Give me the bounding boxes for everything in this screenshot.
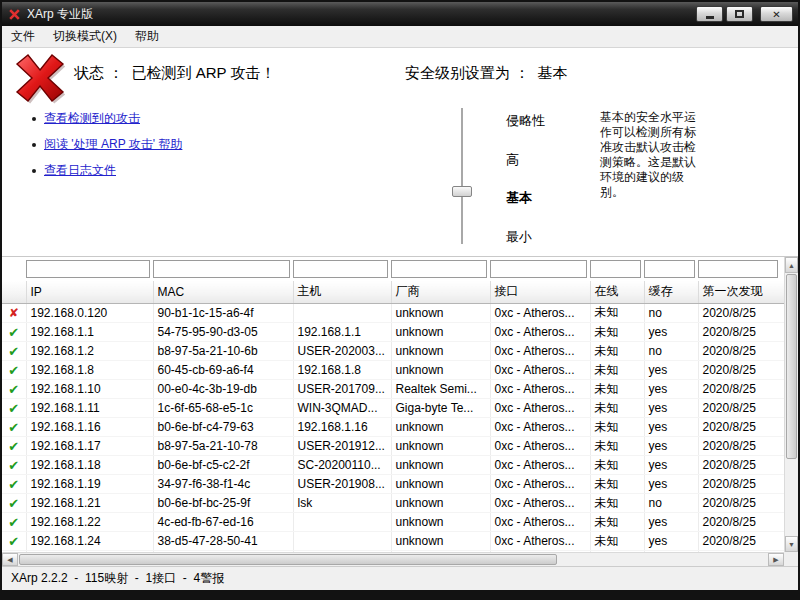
security-slider-thumb[interactable]	[452, 186, 472, 197]
menu-item-file[interactable]: 文件	[2, 25, 44, 48]
cell-mac: b8-97-5a-21-10-6b	[153, 342, 293, 361]
cell-host: USER-202003...	[293, 342, 391, 361]
alert-x-icon	[14, 52, 66, 104]
table-row[interactable]: ✔ 192.168.1.8 60-45-cb-69-a6-f4 192.168.…	[2, 361, 784, 380]
table-row[interactable]: ✔ 192.168.1.18 b0-6e-bf-c5-c2-2f SC-2020…	[2, 456, 784, 475]
cell-vendor: unknown	[391, 494, 490, 513]
minimize-button[interactable]	[696, 6, 723, 22]
row-status-icon: ✔	[8, 496, 19, 511]
cell-vendor: Realtek Semi...	[391, 380, 490, 399]
horizontal-scrollbar[interactable]: ◀ ▶	[2, 552, 784, 566]
table-row[interactable]: ✘ 192.168.0.120 90-b1-1c-15-a6-4f unknow…	[2, 304, 784, 323]
filter-input-mac[interactable]	[153, 260, 290, 278]
vertical-scroll-thumb[interactable]	[786, 274, 797, 459]
cell-mac: 38-d5-47-28-50-41	[153, 532, 293, 551]
cell-online: 未知	[590, 475, 644, 494]
header-cell-host[interactable]: 主机	[293, 281, 391, 303]
filter-input-interface[interactable]	[490, 260, 587, 278]
cell-first-seen: 2020/8/25	[698, 342, 784, 361]
cell-first-seen: 2020/8/25	[698, 475, 784, 494]
header-cell-interface[interactable]: 接口	[490, 281, 590, 303]
vertical-scrollbar[interactable]: ▲ ▼	[784, 257, 798, 552]
security-level-description: 基本的安全水平运作可以检测所有标准攻击默认攻击检测策略。这是默认环境的建议的级别…	[600, 110, 697, 200]
link-read-arp-help[interactable]: 阅读 '处理 ARP 攻击' 帮助	[44, 136, 182, 153]
header-cell-status[interactable]	[2, 281, 26, 303]
cell-cache: yes	[644, 437, 698, 456]
table-row[interactable]: ✔ 192.168.1.11 1c-6f-65-68-e5-1c WIN-3QM…	[2, 399, 784, 418]
header-cell-cache[interactable]: 缓存	[644, 281, 698, 303]
cell-first-seen: 2020/8/25	[698, 380, 784, 399]
table-row[interactable]: ✔ 192.168.1.22 4c-ed-fb-67-ed-16 unknown…	[2, 513, 784, 532]
table-row[interactable]: ✔ 192.168.1.19 34-97-f6-38-f1-4c USER-20…	[2, 475, 784, 494]
security-level-value: 基本	[538, 64, 568, 81]
cell-first-seen: 2020/8/25	[698, 532, 784, 551]
filter-input-first-seen[interactable]	[698, 260, 778, 278]
row-status-icon: ✔	[8, 477, 19, 492]
table-row[interactable]: ✔ 192.168.1.17 b8-97-5a-21-10-78 USER-20…	[2, 437, 784, 456]
cell-first-seen: 2020/8/25	[698, 437, 784, 456]
filter-input-online[interactable]	[590, 260, 641, 278]
scroll-down-button[interactable]: ▼	[785, 536, 798, 552]
xarp-logo-icon	[8, 8, 21, 21]
header-cell-first-seen[interactable]: 第一次发现	[698, 281, 784, 303]
cell-ip: 192.168.1.24	[26, 532, 153, 551]
table-row[interactable]: ✔ 192.168.1.24 38-d5-47-28-50-41 unknown…	[2, 532, 784, 551]
bullet-icon	[32, 169, 36, 173]
cell-mac: 4c-ed-fb-67-ed-16	[153, 513, 293, 532]
cell-host: WIN-3QMAD...	[293, 399, 391, 418]
cell-online: 未知	[590, 532, 644, 551]
security-slider-track[interactable]	[461, 108, 463, 244]
filter-input-cache[interactable]	[644, 260, 695, 278]
menubar: 文件 切换模式(X) 帮助	[2, 26, 798, 48]
scroll-right-button[interactable]: ▶	[768, 553, 784, 566]
row-status-icon: ✔	[8, 382, 19, 397]
cell-mac: b0-6e-bf-c4-79-63	[153, 418, 293, 437]
cell-vendor: unknown	[391, 342, 490, 361]
cell-host: USER-201908...	[293, 475, 391, 494]
cell-cache: no	[644, 304, 698, 323]
table-row[interactable]: ✔ 192.168.1.16 b0-6e-bf-c4-79-63 192.168…	[2, 418, 784, 437]
horizontal-scroll-thumb[interactable]	[19, 554, 557, 565]
close-icon: ✕	[772, 8, 780, 21]
filter-input-ip[interactable]	[26, 260, 150, 278]
close-button[interactable]: ✕	[760, 6, 793, 22]
link-view-log-file[interactable]: 查看日志文件	[44, 162, 116, 179]
link-view-attacks[interactable]: 查看检测到的攻击	[44, 110, 140, 127]
header-cell-vendor[interactable]: 厂商	[391, 281, 490, 303]
row-status-icon: ✔	[8, 363, 19, 378]
cell-interface: 0xc - Atheros...	[490, 532, 590, 551]
cell-first-seen: 2020/8/25	[698, 323, 784, 342]
cell-ip: 192.168.1.19	[26, 475, 153, 494]
row-status-icon: ✔	[8, 534, 19, 549]
cell-first-seen: 2020/8/25	[698, 361, 784, 380]
cell-online: 未知	[590, 456, 644, 475]
cell-host: USER-201709...	[293, 380, 391, 399]
header-cell-mac[interactable]: MAC	[153, 281, 293, 303]
filter-input-host[interactable]	[293, 260, 388, 278]
list-item: 查看日志文件	[32, 162, 182, 179]
table-row[interactable]: ✔ 192.168.1.2 b8-97-5a-21-10-6b USER-202…	[2, 342, 784, 361]
app-icon[interactable]	[7, 7, 21, 21]
cell-online: 未知	[590, 380, 644, 399]
menu-item-switch-mode[interactable]: 切换模式(X)	[44, 25, 126, 48]
filter-input-vendor[interactable]	[391, 260, 487, 278]
cell-first-seen: 2020/8/25	[698, 304, 784, 323]
bullet-icon	[32, 143, 36, 147]
table-header: IP MAC 主机 厂商 接口 在线 缓存 第一次发现	[2, 281, 785, 304]
header-cell-online[interactable]: 在线	[590, 281, 644, 303]
maximize-button[interactable]	[726, 6, 753, 22]
menu-item-help[interactable]: 帮助	[126, 25, 168, 48]
cell-vendor: unknown	[391, 475, 490, 494]
table-row[interactable]: ✔ 192.168.1.10 00-e0-4c-3b-19-db USER-20…	[2, 380, 784, 399]
cell-interface: 0xc - Atheros...	[490, 494, 590, 513]
cell-cache: no	[644, 342, 698, 361]
cell-ip: 192.168.1.11	[26, 399, 153, 418]
table-row[interactable]: ✔ 192.168.1.21 b0-6e-bf-bc-25-9f lsk unk…	[2, 494, 784, 513]
app-window: XArp 专业版 ✕ 文件 切换模式(X) 帮助 状态 ： 已检测到 ARP 攻…	[0, 0, 800, 600]
header-cell-ip[interactable]: IP	[26, 281, 153, 303]
scroll-up-button[interactable]: ▲	[785, 257, 798, 273]
cell-vendor: Giga-byte Te...	[391, 399, 490, 418]
scroll-left-button[interactable]: ◀	[2, 553, 18, 566]
table-row[interactable]: ✔ 192.168.1.1 54-75-95-90-d3-05 192.168.…	[2, 323, 784, 342]
status-value: 已检测到 ARP 攻击！	[132, 64, 276, 81]
